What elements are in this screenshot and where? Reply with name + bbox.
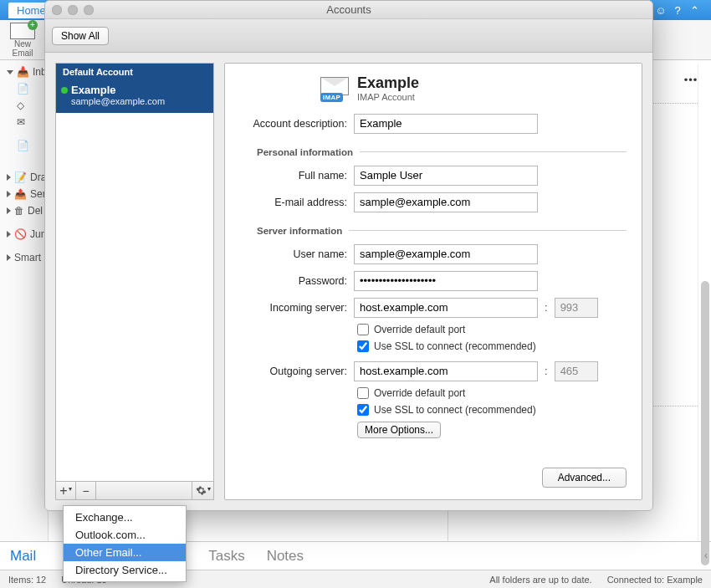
nav-tasks[interactable]: Tasks [208, 548, 244, 565]
scrollbar-track [698, 64, 711, 541]
new-email-label-2: Email [12, 49, 33, 58]
sidebar-deleted[interactable]: 🗑 Del [2, 202, 46, 219]
label-password: Password: [240, 275, 347, 287]
more-options-button[interactable]: More Options... [357, 422, 441, 438]
detail-subtitle: IMAP Account [357, 92, 419, 102]
menu-item-other-email[interactable]: Other Email... [64, 544, 186, 561]
account-item-email: sample@example.com [71, 96, 207, 106]
status-items: Items: 12 [8, 575, 46, 585]
accounts-list-panel: Default Account Example sample@example.c… [55, 63, 214, 500]
sidebar-junk[interactable]: 🚫 Jur [2, 226, 46, 243]
help-icon[interactable]: ? [669, 4, 686, 17]
label-incoming-server: Incoming server: [240, 302, 347, 314]
label-outgoing-server: Outgoing server: [240, 366, 347, 377]
label-user-name: User name: [240, 248, 347, 260]
add-account-button[interactable]: +▾ [56, 482, 76, 499]
account-item-name: Example [71, 84, 207, 96]
scrollbar-thumb[interactable] [701, 281, 709, 565]
account-settings-button[interactable]: ▾ [192, 482, 213, 499]
titlebar[interactable]: Accounts [45, 1, 652, 19]
sidebar-sub4[interactable]: 📄 [2, 137, 46, 154]
minimize-traffic-icon[interactable] [68, 5, 78, 15]
account-type-icon: IMAP [320, 77, 349, 100]
sidebar-sub1[interactable]: 📄 [2, 80, 46, 97]
incoming-override-port-checkbox[interactable] [357, 324, 369, 335]
nav-mail[interactable]: Mail [10, 548, 36, 565]
outgoing-override-port-checkbox[interactable] [357, 387, 369, 399]
section-server-info: Server information [257, 226, 342, 236]
incoming-port-field[interactable] [555, 298, 598, 318]
menu-item-directory-service[interactable]: Directory Service... [64, 561, 186, 579]
add-account-menu: Exchange... Outlook.com... Other Email..… [63, 505, 187, 582]
outgoing-server-field[interactable] [354, 361, 538, 381]
status-connection: Connected to: Example [607, 575, 703, 585]
gear-icon [196, 485, 207, 496]
collapse-ribbon-icon[interactable]: ⌃ [686, 4, 703, 17]
sidebar-sent[interactable]: 📤 Ser [2, 186, 46, 202]
label-ssl-out: Use SSL to connect (recommended) [374, 404, 536, 416]
folder-sidebar: 📥 Inb 📄 ◇ ✉︎ 📄 📝 Dra 📤 Ser 🗑 Del 🚫 Jur S… [0, 60, 49, 541]
label-override-port-out: Override default port [374, 387, 465, 399]
full-name-field[interactable] [354, 166, 538, 186]
incoming-server-field[interactable] [354, 298, 538, 318]
password-field[interactable] [354, 271, 538, 291]
nav-notes[interactable]: Notes [267, 548, 304, 565]
menu-item-outlookcom[interactable]: Outlook.com... [64, 526, 186, 544]
label-email-address: E-mail address: [240, 197, 347, 208]
show-all-button[interactable]: Show All [52, 27, 109, 45]
sidebar-sub2[interactable]: ◇ [2, 97, 46, 114]
menu-item-exchange[interactable]: Exchange... [64, 509, 186, 526]
status-dot-icon [61, 87, 68, 94]
email-address-field[interactable] [354, 192, 538, 212]
account-detail-panel: IMAP Example IMAP Account Account descri… [224, 63, 642, 500]
detail-title: Example [357, 75, 419, 92]
new-email-button[interactable]: New Email [5, 21, 40, 59]
status-sync: All folders are up to date. [489, 575, 591, 585]
window-title: Accounts [45, 3, 652, 16]
advanced-button[interactable]: Advanced... [542, 468, 627, 488]
label-override-port-in: Override default port [374, 324, 465, 335]
zoom-traffic-icon[interactable] [84, 5, 94, 15]
modal-toolbar: Show All [45, 19, 652, 53]
nav-arrow-icon[interactable]: ‹ [704, 550, 708, 561]
user-name-field[interactable] [354, 244, 538, 264]
accounts-window: Accounts Show All Default Account Exampl… [44, 0, 653, 511]
sidebar-smart[interactable]: Smart [2, 249, 46, 266]
section-personal-info: Personal information [257, 147, 353, 157]
label-account-description: Account description: [240, 118, 347, 130]
accounts-list-header: Default Account [56, 64, 213, 80]
accounts-list-footer: +▾ − ▾ [56, 481, 213, 499]
outgoing-port-field[interactable] [555, 361, 598, 381]
envelope-icon [10, 23, 35, 39]
close-traffic-icon[interactable] [52, 5, 62, 15]
incoming-ssl-checkbox[interactable] [357, 340, 369, 352]
account-description-field[interactable] [354, 114, 538, 134]
outgoing-ssl-checkbox[interactable] [357, 404, 369, 416]
traffic-lights [52, 5, 94, 15]
new-email-label-1: New [14, 39, 31, 49]
smiley-icon[interactable]: ☺ [652, 4, 669, 17]
sidebar-inbox[interactable]: 📥 Inb [2, 64, 46, 80]
label-full-name: Full name: [240, 170, 347, 182]
sidebar-sub3[interactable]: ✉︎ [2, 114, 46, 130]
imap-badge: IMAP [320, 93, 343, 102]
sidebar-drafts[interactable]: 📝 Dra [2, 169, 46, 186]
label-ssl-in: Use SSL to connect (recommended) [374, 340, 536, 352]
account-item-example[interactable]: Example sample@example.com [56, 80, 213, 113]
remove-account-button[interactable]: − [76, 482, 96, 499]
